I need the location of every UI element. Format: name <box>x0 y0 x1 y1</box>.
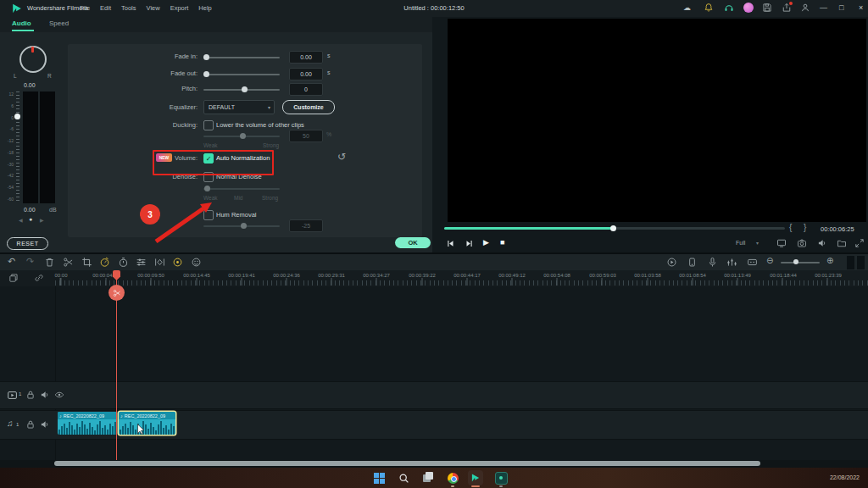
maximize-button[interactable]: □ <box>833 3 849 12</box>
stop-button[interactable]: ■ <box>500 238 504 247</box>
clip-name: REC_20220822_09 <box>64 413 104 419</box>
taskbar-search-icon[interactable] <box>396 470 411 485</box>
fit-timeline-toggle[interactable] <box>847 256 854 269</box>
close-button[interactable]: × <box>853 3 868 12</box>
task-view-icon[interactable] <box>420 470 436 485</box>
mute-speaker-icon[interactable] <box>817 238 827 248</box>
render-preview-icon[interactable] <box>666 257 677 268</box>
hscrollbar-thumb[interactable] <box>54 461 760 466</box>
chrome-icon[interactable] <box>445 470 460 485</box>
ducking-unit: % <box>326 131 331 137</box>
export-icon[interactable] <box>782 3 792 13</box>
voiceover-mic-icon[interactable] <box>707 257 718 268</box>
start-button[interactable] <box>371 470 387 485</box>
menu-view[interactable]: View <box>142 4 165 12</box>
ducking-checkbox[interactable] <box>203 120 214 130</box>
export-frame-icon[interactable] <box>837 238 847 248</box>
user-avatar[interactable] <box>743 3 754 13</box>
ducking-value[interactable]: 50 <box>289 130 323 142</box>
fade-out-slider[interactable] <box>203 74 280 75</box>
volume-fader-handle[interactable] <box>14 114 20 119</box>
recorder-app-icon[interactable] <box>493 470 509 485</box>
fade-in-value[interactable]: 0.00 <box>289 51 323 64</box>
fullscreen-icon[interactable] <box>854 238 865 248</box>
keyframe-next-icon[interactable]: ▶ <box>40 217 44 223</box>
video-track-visibility-icon[interactable] <box>54 390 64 400</box>
tab-speed[interactable]: Speed <box>49 19 69 27</box>
second-monitor-icon[interactable] <box>776 238 787 248</box>
video-track-mute-icon[interactable] <box>40 390 50 400</box>
auto-ripple-link-icon[interactable] <box>34 273 44 283</box>
redo-icon[interactable]: ↷ <box>26 256 34 267</box>
snapshot-camera-icon[interactable] <box>797 238 807 248</box>
audio-track-mute-icon[interactable] <box>40 419 50 430</box>
reset-volume-icon[interactable]: ↺ <box>337 151 346 163</box>
panel-tabbar: Audio Speed <box>0 17 432 32</box>
audio-track-lock-icon[interactable] <box>25 419 36 430</box>
audio-clip-2-selected[interactable]: ♪REC_20220822_09 <box>119 412 175 435</box>
split-scissors-icon[interactable] <box>63 257 74 268</box>
balance-knob-pointer <box>31 47 34 53</box>
panel-layout-toggle[interactable] <box>857 256 865 269</box>
filmora-taskbar-icon[interactable] <box>468 470 483 485</box>
zoom-out-icon[interactable]: ⊖ <box>766 256 773 265</box>
audio-mixer-icon[interactable] <box>726 257 737 268</box>
mark-out-icon[interactable]: } <box>804 223 806 232</box>
timeline-hscrollbar[interactable] <box>0 460 868 468</box>
preview-zoom-select[interactable]: Full <box>736 240 745 246</box>
next-frame-icon[interactable] <box>465 239 474 248</box>
delete-icon[interactable] <box>44 257 55 268</box>
fade-in-slider[interactable] <box>203 57 280 58</box>
playhead-split-scissors-button[interactable] <box>108 285 125 301</box>
color-adjust-icon[interactable] <box>136 257 147 268</box>
audio-clip-1[interactable]: ♪REC_20220822_09 <box>58 412 117 435</box>
pitch-slider[interactable] <box>203 89 280 91</box>
menu-export[interactable]: Export <box>165 4 194 12</box>
duration-timer-icon[interactable] <box>118 257 129 268</box>
tab-audio[interactable]: Audio <box>12 19 31 27</box>
undo-icon[interactable]: ↶ <box>8 256 15 267</box>
speed-ramping-icon[interactable] <box>99 257 110 268</box>
marker-icon[interactable] <box>747 257 758 268</box>
support-headset-icon[interactable] <box>724 3 734 13</box>
mouse-cursor <box>136 424 147 435</box>
menu-edit[interactable]: Edit <box>95 4 116 12</box>
cloud-icon[interactable]: ☁ <box>683 3 691 12</box>
menu-tools[interactable]: Tools <box>116 4 142 12</box>
balance-knob[interactable] <box>19 46 47 73</box>
equalizer-select[interactable]: DEFAULT ▾ <box>203 100 275 114</box>
play-button[interactable]: ▶ <box>483 238 489 247</box>
crop-icon[interactable] <box>81 257 92 268</box>
timeline-zoom-slider[interactable] <box>781 262 820 263</box>
motion-tracking-icon[interactable] <box>172 257 183 268</box>
keyframe-icon[interactable] <box>154 257 165 268</box>
ducking-slider[interactable] <box>203 136 280 137</box>
customize-button[interactable]: Customize <box>282 100 335 114</box>
account-icon[interactable] <box>800 3 810 13</box>
chroma-key-icon[interactable] <box>191 257 202 268</box>
save-icon[interactable] <box>762 3 772 13</box>
fade-out-value[interactable]: 0.00 <box>289 68 323 80</box>
preview-progress-handle[interactable] <box>610 225 616 231</box>
ok-button[interactable]: OK <box>395 237 431 248</box>
keyframe-add-icon[interactable]: ● <box>29 216 32 222</box>
timeline-track-area[interactable]: 1 ♫ 1 ♪REC_20220822_09 ♪REC_20220822_09 <box>0 286 868 460</box>
notifications-bell-icon[interactable] <box>704 3 714 13</box>
minimize-button[interactable]: — <box>814 3 833 12</box>
menu-help[interactable]: Help <box>193 4 216 12</box>
manage-tracks-icon[interactable] <box>8 273 19 283</box>
keyframe-prev-icon[interactable]: ◀ <box>19 217 23 223</box>
previous-frame-icon[interactable] <box>446 239 455 248</box>
hum-removal-value[interactable]: -25 <box>289 219 323 232</box>
menu-file[interactable]: File <box>75 4 95 12</box>
phone-mirror-icon[interactable] <box>687 257 698 268</box>
timeline-ruler[interactable]: 00:00 00:00:04:55 00:00:09:50 00:00:14:4… <box>0 270 868 286</box>
mark-in-icon[interactable]: { <box>789 223 792 232</box>
pitch-value[interactable]: 0 <box>289 83 323 96</box>
volume-fader-track[interactable] <box>16 92 19 203</box>
reset-button[interactable]: RESET <box>7 237 48 250</box>
zoom-in-icon[interactable]: ⊕ <box>826 256 833 265</box>
preview-progress-track[interactable] <box>444 227 785 230</box>
video-track-lane[interactable]: 1 <box>0 381 868 409</box>
video-track-lock-icon[interactable] <box>25 390 36 400</box>
